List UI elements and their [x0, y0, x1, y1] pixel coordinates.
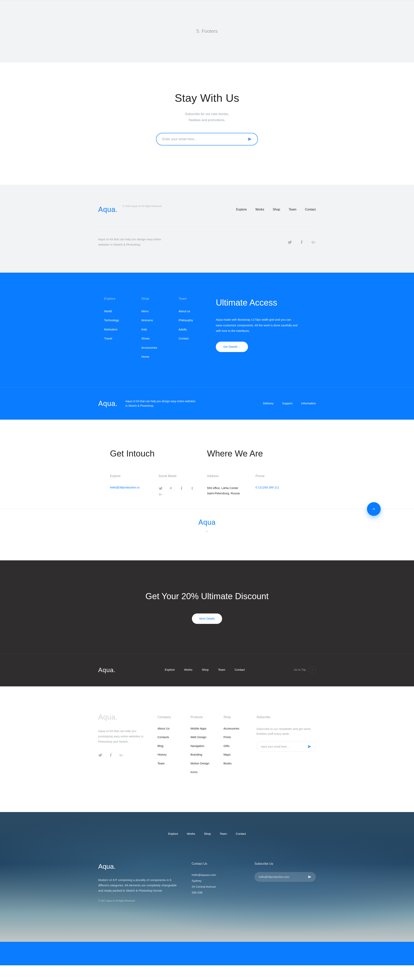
photo-subscribe-input[interactable] — [259, 875, 308, 878]
contact-us-head: Contact Us — [192, 861, 243, 866]
send-icon[interactable] — [308, 745, 311, 748]
col-head-shop: Shop — [223, 712, 256, 719]
list-item[interactable]: Web Design — [191, 735, 223, 740]
link-item[interactable]: Womens — [141, 318, 178, 323]
link-item[interactable]: Philosophy — [178, 318, 216, 323]
subscribe-text: Subscribe to our newsletter and get some… — [256, 726, 316, 737]
list-item[interactable]: Motion Design — [191, 761, 223, 766]
link-support[interactable]: Support — [282, 402, 293, 405]
link-item[interactable]: Travel — [104, 336, 141, 341]
nav-contact[interactable]: Contact — [235, 668, 245, 671]
list-item[interactable]: Branding — [191, 752, 223, 757]
nav-explore[interactable]: Explore — [165, 668, 175, 671]
list-item[interactable]: Accessories — [223, 726, 256, 731]
nav-works[interactable]: Works — [255, 208, 264, 211]
gplus-icon[interactable] — [159, 492, 162, 496]
send-icon[interactable] — [248, 137, 252, 141]
nav-contact[interactable]: Contact — [236, 832, 246, 836]
cta-title: Ultimate Access — [216, 296, 310, 309]
phone-value[interactable]: 0 121293 289 111 — [256, 486, 279, 489]
contact-list: hello@aquaui.com Sydney 29 Central Avenu… — [192, 872, 243, 896]
list-item[interactable]: Prints — [223, 735, 256, 740]
social-label: Social Media — [159, 474, 207, 479]
col-head-team: Team — [178, 296, 216, 301]
gplus-icon[interactable] — [312, 240, 316, 244]
list-item[interactable]: Gifts — [223, 744, 256, 748]
logo: Aqua. — [98, 398, 118, 409]
nav-team[interactable]: Team — [220, 832, 227, 836]
list-item[interactable]: Icons — [191, 770, 223, 775]
nav-explore[interactable]: Explore — [168, 832, 178, 836]
contact-email[interactable]: hello@39production.ru — [110, 486, 140, 489]
subscribe-field[interactable] — [256, 741, 316, 752]
footer-blue-big: Explore World Technology Motivation Trav… — [0, 273, 414, 387]
send-icon[interactable] — [308, 875, 312, 879]
nav-works[interactable]: Works — [187, 832, 195, 836]
logo: Aqua. — [198, 519, 216, 533]
nav-shop[interactable]: Shop — [202, 668, 209, 671]
stay-sub: Subscribe for our new stories, freebies … — [0, 111, 414, 123]
link-item[interactable]: World — [104, 309, 141, 313]
email-subscribe-field[interactable] — [156, 133, 258, 145]
link-item[interactable]: Adults — [178, 327, 216, 332]
facebook-icon[interactable] — [299, 240, 304, 244]
twitter-icon[interactable] — [98, 753, 102, 757]
footer-dark-discount: Get Your 20% Ultimate Discount More Deta… — [0, 560, 414, 653]
blue-bar-blurb: Aqua UI Kit that can help you design eas… — [126, 399, 196, 408]
photo-nav: Explore Works Shop Team Contact — [98, 832, 316, 836]
gplus-icon[interactable] — [119, 753, 123, 757]
nav-works[interactable]: Works — [184, 668, 192, 671]
link-item[interactable]: Contact — [178, 336, 216, 341]
list-item[interactable]: Navigation — [191, 744, 223, 748]
nav-contact[interactable]: Contact — [305, 208, 316, 211]
chevron-up-icon — [309, 667, 316, 673]
photo-copyright: © 2017 Aqua UI All Right Reserved — [98, 899, 180, 902]
pinterest-icon[interactable] — [169, 486, 173, 490]
list-item[interactable]: Mobile Apps — [191, 726, 223, 731]
nav-shop[interactable]: Shop — [273, 208, 280, 211]
link-item[interactable]: Accessories — [141, 345, 178, 350]
facebook-icon[interactable] — [109, 753, 113, 757]
subscribe-us-head: Subscribe Us — [255, 861, 316, 866]
link-delivery[interactable]: Delivery — [263, 402, 274, 405]
photo-subscribe-field[interactable] — [255, 872, 316, 882]
more-details-button[interactable]: More Details — [192, 614, 222, 624]
nav-team[interactable]: Team — [289, 208, 296, 211]
twitter-icon[interactable] — [288, 240, 292, 244]
link-information[interactable]: Information — [301, 402, 316, 405]
get-intouch-title: Get Intouch — [110, 447, 207, 460]
list-item[interactable]: Contacts — [158, 735, 190, 740]
list-item[interactable]: About Us — [158, 726, 190, 731]
link-item[interactable]: Motivation — [104, 327, 141, 332]
link-item[interactable]: Mens — [141, 309, 178, 313]
list-item[interactable]: History — [158, 752, 190, 757]
go-to-top[interactable]: Go to Top — [294, 667, 316, 673]
get-started-button[interactable]: Get Started — [216, 342, 248, 352]
link-item[interactable]: Technology — [104, 318, 141, 323]
nav-shop[interactable]: Shop — [204, 832, 211, 836]
dark-nav: Explore Works Shop Team Contact — [161, 668, 249, 672]
list-item[interactable]: Maps — [223, 752, 256, 757]
nav-team[interactable]: Team — [218, 668, 225, 671]
phone-label: Phone — [256, 474, 304, 479]
link-item[interactable]: Home — [141, 355, 178, 359]
footer-photo: Explore Works Shop Team Contact Aqua. Mo… — [0, 812, 414, 942]
link-item[interactable]: About us — [178, 309, 216, 313]
section-header-label: 5. Footers — [196, 29, 218, 34]
nav-explore[interactable]: Explore — [236, 208, 247, 211]
back-to-top-button[interactable] — [367, 502, 381, 516]
facebook-icon[interactable] — [180, 486, 183, 490]
logo: Aqua. — [98, 713, 118, 721]
twitter-icon[interactable] — [159, 486, 162, 490]
subscribe-input[interactable] — [261, 745, 308, 748]
link-item[interactable]: Shoes — [141, 336, 178, 341]
list-item[interactable]: Team — [158, 761, 190, 766]
list-item[interactable]: Blog — [158, 744, 190, 748]
tumblr-icon[interactable] — [190, 486, 194, 490]
link-item[interactable]: Kids — [141, 327, 178, 332]
list-item[interactable]: Books — [223, 761, 256, 766]
where-we-are-title: Where We Are — [207, 447, 304, 460]
address-value: 559 office, Lahta Center Saint-Petersbur… — [207, 485, 256, 496]
footer-white-4col: Aqua. Aqua UI Kit that can help you prot… — [0, 686, 414, 812]
email-input[interactable] — [162, 137, 248, 141]
